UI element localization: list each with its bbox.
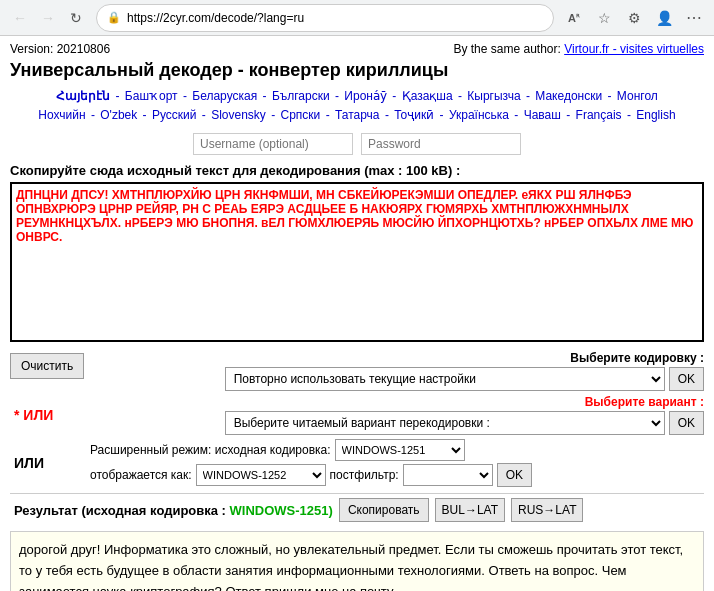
copy-button[interactable]: Скопировать <box>339 498 429 522</box>
lang-belarusskaya[interactable]: Беларуская <box>192 89 257 103</box>
password-input[interactable] <box>361 133 521 155</box>
lang-ironau[interactable]: Ирона́ӯ <box>344 89 387 103</box>
controls-section: Очистить Выберите кодировку : Повторно и… <box>10 351 704 525</box>
result-text-area: дорогой друг! Информатика это сложный, н… <box>10 531 704 591</box>
displayed-as-label: отображается как: <box>90 468 192 482</box>
back-button[interactable]: ← <box>8 6 32 30</box>
variant-ok-button[interactable]: OK <box>669 411 704 435</box>
rus-lat-button[interactable]: RUS→LAT <box>511 498 583 522</box>
lang-links: Հայերէն - Башҡорт - Беларуская - Българс… <box>10 87 704 125</box>
lang-slovensky[interactable]: Slovensky <box>211 108 266 122</box>
author-line: By the same author: Virtour.fr - visites… <box>453 42 704 56</box>
postfilter-label: постфильтр: <box>330 468 399 482</box>
settings-button[interactable]: ⚙ <box>622 6 646 30</box>
encoding-select-row: Повторно использовать текущие настройки … <box>94 367 704 391</box>
lang-makedonski[interactable]: Македонски <box>535 89 602 103</box>
ili-star-label: * * ИЛИИЛИ <box>10 407 80 423</box>
lang-nohchiyn[interactable]: Нохчийн <box>38 108 85 122</box>
encoding-select[interactable]: Повторно использовать текущие настройки <box>225 367 665 391</box>
page-content: Version: 20210806 By the same author: Vi… <box>0 36 714 591</box>
bul-lat-button[interactable]: BUL→LAT <box>435 498 505 522</box>
lang-bashkort[interactable]: Башҡорт <box>125 89 178 103</box>
variant-area: Выберите вариант : Выберите читаемый вар… <box>90 395 704 435</box>
lang-russkiy[interactable]: Русский <box>152 108 197 122</box>
advanced-row1: Расширенный режим: исходная кодировка: W… <box>90 439 704 461</box>
author-link[interactable]: Virtour.fr - visites virtuelles <box>564 42 704 56</box>
encoding-section: Выберите кодировку : Повторно использова… <box>94 351 704 391</box>
variant-select[interactable]: Выберите читаемый вариант перекодировки … <box>225 411 665 435</box>
url-text: https://2cyr.com/decode/?lang=ru <box>127 11 543 25</box>
advanced-area: Расширенный режим: исходная кодировка: W… <box>90 439 704 487</box>
encoding-label: Выберите кодировку : <box>570 351 704 365</box>
username-input[interactable] <box>193 133 353 155</box>
controls-top-row: Очистить Выберите кодировку : Повторно и… <box>10 351 704 391</box>
result-label: Результат (исходная кодировка : WINDOWS-… <box>14 503 333 518</box>
input-label: Скопируйте сюда исходный текст для декод… <box>10 163 704 178</box>
lang-hayeren[interactable]: Հայերէն <box>56 89 110 103</box>
advanced-row: ИЛИ Расширенный режим: исходная кодировк… <box>10 439 704 487</box>
result-encoding-value: WINDOWS-1251) <box>230 503 333 518</box>
variant-label: Выберите вариант : <box>585 395 704 409</box>
advanced-ok-button[interactable]: OK <box>497 463 532 487</box>
lang-uzbek[interactable]: O'zbek <box>100 108 137 122</box>
lang-tojiki[interactable]: Тоҷикӣ <box>394 108 434 122</box>
profile-button[interactable]: 👤 <box>652 6 676 30</box>
lock-icon: 🔒 <box>107 11 121 24</box>
login-row <box>10 133 704 155</box>
favorites-button[interactable]: ☆ <box>592 6 616 30</box>
refresh-button[interactable]: ↻ <box>64 6 88 30</box>
lang-srpski[interactable]: Српски <box>281 108 321 122</box>
clear-section: Очистить <box>10 351 84 379</box>
source-text-area[interactable] <box>10 182 704 342</box>
lang-tatarcha[interactable]: Татарча <box>335 108 380 122</box>
lang-chavash[interactable]: Чаваш <box>524 108 561 122</box>
display-encoding-select[interactable]: WINDOWS-1252 <box>196 464 326 486</box>
postfilter-select[interactable] <box>403 464 493 486</box>
version-text: Version: 20210806 <box>10 42 110 56</box>
lang-francais[interactable]: Français <box>576 108 622 122</box>
lang-ukrainska[interactable]: Українська <box>449 108 509 122</box>
clear-button[interactable]: Очистить <box>10 353 84 379</box>
advanced-row2: отображается как: WINDOWS-1252 постфильт… <box>90 463 704 487</box>
ili2-label: ИЛИ <box>10 455 80 471</box>
lang-mongol[interactable]: Монгол <box>617 89 658 103</box>
encoding-header: Выберите кодировку : <box>94 351 704 365</box>
variant-select-row: Выберите читаемый вариант перекодировки … <box>90 411 704 435</box>
variant-row: * * ИЛИИЛИ Выберите вариант : Выберите ч… <box>10 395 704 435</box>
forward-button[interactable]: → <box>36 6 60 30</box>
advanced-label: Расширенный режим: исходная кодировка: <box>90 443 331 457</box>
lang-kyrgyzcha[interactable]: Кыргызча <box>467 89 520 103</box>
result-row: Результат (исходная кодировка : WINDOWS-… <box>10 493 704 525</box>
address-bar[interactable]: 🔒 https://2cyr.com/decode/?lang=ru <box>96 4 554 32</box>
reader-mode-button[interactable]: Aᴿ <box>562 6 586 30</box>
browser-toolbar: ← → ↻ 🔒 https://2cyr.com/decode/?lang=ru… <box>0 0 714 36</box>
lang-bulgarski[interactable]: Български <box>272 89 330 103</box>
nav-buttons: ← → ↻ <box>8 6 88 30</box>
page-title: Универсальный декодер - конвертер кирилл… <box>10 60 704 81</box>
source-encoding-select[interactable]: WINDOWS-1251 <box>335 439 465 461</box>
lang-kazaksha[interactable]: Қазақша <box>402 89 453 103</box>
browser-actions: Aᴿ ☆ ⚙ 👤 ⋯ <box>562 6 706 30</box>
encoding-ok-button[interactable]: OK <box>669 367 704 391</box>
version-line: Version: 20210806 By the same author: Vi… <box>10 42 704 56</box>
lang-english[interactable]: English <box>636 108 675 122</box>
menu-button[interactable]: ⋯ <box>682 6 706 30</box>
